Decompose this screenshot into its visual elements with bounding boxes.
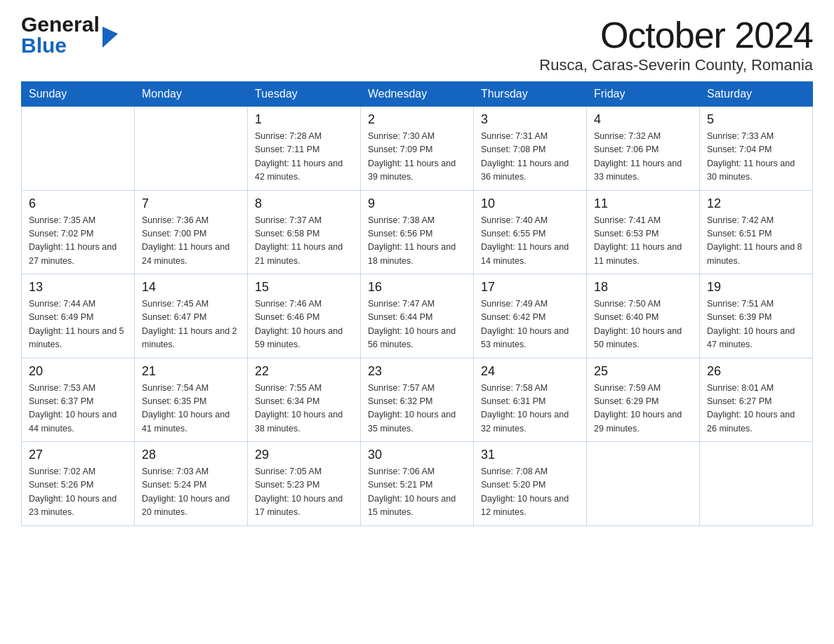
title-area: October 2024 Rusca, Caras-Severin County…: [539, 14, 813, 74]
page-header: General Blue October 2024 Rusca, Caras-S…: [21, 14, 813, 74]
day-info: Sunrise: 7:02 AM Sunset: 5:26 PM Dayligh…: [29, 465, 127, 520]
day-info: Sunrise: 7:55 AM Sunset: 6:34 PM Dayligh…: [255, 382, 353, 436]
day-number: 24: [481, 364, 579, 379]
day-number: 13: [29, 280, 127, 295]
day-number: 29: [255, 448, 353, 462]
table-row: 11Sunrise: 7:41 AM Sunset: 6:53 PM Dayli…: [587, 190, 700, 274]
day-number: 11: [594, 196, 692, 211]
day-number: 14: [142, 280, 240, 295]
day-number: 5: [707, 112, 805, 127]
location-subtitle: Rusca, Caras-Severin County, Romania: [539, 56, 813, 74]
table-row: 4Sunrise: 7:32 AM Sunset: 7:06 PM Daylig…: [587, 107, 700, 191]
day-info: Sunrise: 7:30 AM Sunset: 7:09 PM Dayligh…: [368, 130, 466, 185]
day-number: 23: [368, 364, 466, 379]
table-row: 12Sunrise: 7:42 AM Sunset: 6:51 PM Dayli…: [700, 190, 813, 274]
table-row: [22, 107, 135, 191]
logo: General Blue: [21, 14, 118, 56]
table-row: 8Sunrise: 7:37 AM Sunset: 6:58 PM Daylig…: [248, 190, 361, 274]
table-row: 9Sunrise: 7:38 AM Sunset: 6:56 PM Daylig…: [361, 190, 474, 274]
day-info: Sunrise: 7:57 AM Sunset: 6:32 PM Dayligh…: [368, 382, 466, 436]
header-wednesday: Wednesday: [361, 82, 474, 107]
table-row: 6Sunrise: 7:35 AM Sunset: 7:02 PM Daylig…: [22, 190, 135, 274]
day-info: Sunrise: 7:40 AM Sunset: 6:55 PM Dayligh…: [481, 214, 579, 269]
table-row: 17Sunrise: 7:49 AM Sunset: 6:42 PM Dayli…: [474, 274, 587, 358]
calendar-week-row: 6Sunrise: 7:35 AM Sunset: 7:02 PM Daylig…: [22, 190, 813, 274]
day-info: Sunrise: 7:54 AM Sunset: 6:35 PM Dayligh…: [142, 382, 240, 436]
table-row: 28Sunrise: 7:03 AM Sunset: 5:24 PM Dayli…: [135, 442, 248, 526]
table-row: 31Sunrise: 7:08 AM Sunset: 5:20 PM Dayli…: [474, 442, 587, 526]
day-info: Sunrise: 7:06 AM Sunset: 5:21 PM Dayligh…: [368, 465, 466, 520]
calendar-table: Sunday Monday Tuesday Wednesday Thursday…: [21, 81, 813, 526]
day-number: 6: [29, 196, 127, 211]
day-number: 15: [255, 280, 353, 295]
day-info: Sunrise: 7:58 AM Sunset: 6:31 PM Dayligh…: [481, 382, 579, 436]
day-number: 31: [481, 448, 579, 462]
day-info: Sunrise: 7:44 AM Sunset: 6:49 PM Dayligh…: [29, 297, 127, 352]
logo-triangle-icon: [102, 27, 118, 48]
table-row: 25Sunrise: 7:59 AM Sunset: 6:29 PM Dayli…: [587, 358, 700, 442]
table-row: [700, 442, 813, 526]
day-info: Sunrise: 7:36 AM Sunset: 7:00 PM Dayligh…: [142, 214, 240, 269]
table-row: 15Sunrise: 7:46 AM Sunset: 6:46 PM Dayli…: [248, 274, 361, 358]
header-thursday: Thursday: [474, 82, 587, 107]
table-row: 20Sunrise: 7:53 AM Sunset: 6:37 PM Dayli…: [22, 358, 135, 442]
day-info: Sunrise: 7:38 AM Sunset: 6:56 PM Dayligh…: [368, 214, 466, 269]
day-number: 9: [368, 196, 466, 211]
day-number: 16: [368, 280, 466, 295]
table-row: 10Sunrise: 7:40 AM Sunset: 6:55 PM Dayli…: [474, 190, 587, 274]
day-info: Sunrise: 7:35 AM Sunset: 7:02 PM Dayligh…: [29, 214, 127, 269]
day-info: Sunrise: 7:31 AM Sunset: 7:08 PM Dayligh…: [481, 130, 579, 185]
day-number: 7: [142, 196, 240, 211]
day-number: 21: [142, 364, 240, 379]
day-number: 17: [481, 280, 579, 295]
day-number: 8: [255, 196, 353, 211]
header-tuesday: Tuesday: [248, 82, 361, 107]
day-number: 18: [594, 280, 692, 295]
day-number: 22: [255, 364, 353, 379]
day-number: 12: [707, 196, 805, 211]
calendar-week-row: 27Sunrise: 7:02 AM Sunset: 5:26 PM Dayli…: [22, 442, 813, 526]
day-number: 19: [707, 280, 805, 295]
day-info: Sunrise: 7:45 AM Sunset: 6:47 PM Dayligh…: [142, 297, 240, 352]
day-number: 30: [368, 448, 466, 462]
day-info: Sunrise: 7:50 AM Sunset: 6:40 PM Dayligh…: [594, 297, 692, 352]
calendar-week-row: 13Sunrise: 7:44 AM Sunset: 6:49 PM Dayli…: [22, 274, 813, 358]
table-row: 13Sunrise: 7:44 AM Sunset: 6:49 PM Dayli…: [22, 274, 135, 358]
day-info: Sunrise: 7:32 AM Sunset: 7:06 PM Dayligh…: [594, 130, 692, 185]
day-info: Sunrise: 7:51 AM Sunset: 6:39 PM Dayligh…: [707, 297, 805, 352]
svg-marker-0: [102, 27, 118, 48]
day-number: 4: [594, 112, 692, 127]
table-row: 3Sunrise: 7:31 AM Sunset: 7:08 PM Daylig…: [474, 107, 587, 191]
table-row: 14Sunrise: 7:45 AM Sunset: 6:47 PM Dayli…: [135, 274, 248, 358]
day-number: 3: [481, 112, 579, 127]
table-row: 26Sunrise: 8:01 AM Sunset: 6:27 PM Dayli…: [700, 358, 813, 442]
day-info: Sunrise: 7:03 AM Sunset: 5:24 PM Dayligh…: [142, 465, 240, 520]
table-row: 21Sunrise: 7:54 AM Sunset: 6:35 PM Dayli…: [135, 358, 248, 442]
day-number: 28: [142, 448, 240, 462]
day-info: Sunrise: 7:08 AM Sunset: 5:20 PM Dayligh…: [481, 465, 579, 520]
table-row: 29Sunrise: 7:05 AM Sunset: 5:23 PM Dayli…: [248, 442, 361, 526]
day-info: Sunrise: 7:49 AM Sunset: 6:42 PM Dayligh…: [481, 297, 579, 352]
day-info: Sunrise: 7:33 AM Sunset: 7:04 PM Dayligh…: [707, 130, 805, 185]
day-number: 10: [481, 196, 579, 211]
table-row: 23Sunrise: 7:57 AM Sunset: 6:32 PM Dayli…: [361, 358, 474, 442]
logo-blue: Blue: [21, 35, 100, 56]
table-row: 2Sunrise: 7:30 AM Sunset: 7:09 PM Daylig…: [361, 107, 474, 191]
day-info: Sunrise: 7:53 AM Sunset: 6:37 PM Dayligh…: [29, 382, 127, 436]
calendar-week-row: 1Sunrise: 7:28 AM Sunset: 7:11 PM Daylig…: [22, 107, 813, 191]
day-info: Sunrise: 7:37 AM Sunset: 6:58 PM Dayligh…: [255, 214, 353, 269]
table-row: 24Sunrise: 7:58 AM Sunset: 6:31 PM Dayli…: [474, 358, 587, 442]
table-row: 19Sunrise: 7:51 AM Sunset: 6:39 PM Dayli…: [700, 274, 813, 358]
table-row: 7Sunrise: 7:36 AM Sunset: 7:00 PM Daylig…: [135, 190, 248, 274]
day-number: 26: [707, 364, 805, 379]
header-monday: Monday: [135, 82, 248, 107]
day-number: 25: [594, 364, 692, 379]
day-number: 1: [255, 112, 353, 127]
header-friday: Friday: [587, 82, 700, 107]
day-info: Sunrise: 7:41 AM Sunset: 6:53 PM Dayligh…: [594, 214, 692, 269]
day-number: 20: [29, 364, 127, 379]
table-row: 22Sunrise: 7:55 AM Sunset: 6:34 PM Dayli…: [248, 358, 361, 442]
table-row: [587, 442, 700, 526]
table-row: 18Sunrise: 7:50 AM Sunset: 6:40 PM Dayli…: [587, 274, 700, 358]
header-sunday: Sunday: [22, 82, 135, 107]
